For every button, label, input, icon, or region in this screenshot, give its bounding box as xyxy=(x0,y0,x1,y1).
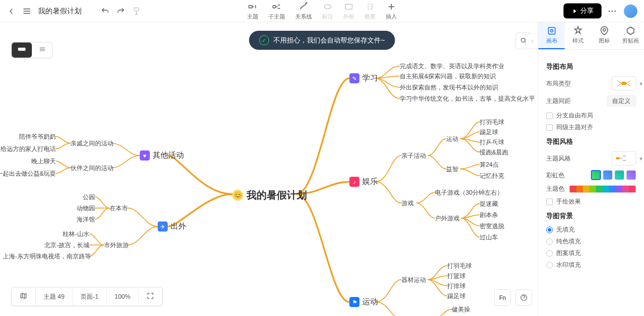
leaf-puzzle-1[interactable]: 记忆扑克 xyxy=(480,172,504,180)
leaf-loc-1[interactable]: 动物园 xyxy=(74,204,95,213)
tool-summary[interactable]: 概要 xyxy=(364,2,376,21)
node-outdoor[interactable]: 户外游戏 xyxy=(435,214,460,223)
tool-topic[interactable]: 主题 xyxy=(247,2,258,21)
outline-view-button[interactable] xyxy=(32,43,52,58)
leaf-tr-2[interactable]: 上海-东方明珠电视塔，南京路等 xyxy=(3,252,89,261)
topbar: 我的暑假计划 主题 子主题 关系线 标注 外框 概要 插入 分享 ··· xyxy=(0,0,644,22)
leaf-sport-1[interactable]: 踢足球 xyxy=(480,128,498,136)
leaf-loc-2[interactable]: 海洋馆 xyxy=(74,215,95,224)
tool-subtopic[interactable]: 子主题 xyxy=(268,2,285,21)
leaf-eq-0[interactable]: 打羽毛球 xyxy=(447,262,472,270)
leaf-study-0[interactable]: 完成语文、数学、英语以及学科类作业 xyxy=(400,62,504,70)
branch-entertainment[interactable]: ♪娱乐 xyxy=(349,177,378,187)
node-parent-child[interactable]: 亲子活动 xyxy=(401,152,426,160)
leaf-eq-3[interactable]: 踢足球 xyxy=(447,292,466,300)
leaf-outdoor-2[interactable]: 密室逃脱 xyxy=(480,222,504,230)
menu-icon[interactable] xyxy=(22,7,31,16)
more-button[interactable]: ··· xyxy=(608,7,617,15)
fn-button[interactable]: Fn xyxy=(494,289,511,306)
leaf-tr-0[interactable]: 桂林-山水 xyxy=(60,230,89,238)
leaf-sport-2[interactable]: 打乒乓球 xyxy=(480,138,504,147)
leaf-outdoor-3[interactable]: 过山车 xyxy=(480,233,498,242)
node-local[interactable]: 在本市 xyxy=(110,204,128,213)
status-bar: 主题 49 页面-1 100% xyxy=(11,287,163,306)
minimap-button[interactable] xyxy=(12,287,36,305)
bg-option-pattern[interactable]: 图案填充 xyxy=(546,249,636,257)
bg-option-solid[interactable]: 纯色填充 xyxy=(546,237,636,246)
branch-other[interactable]: ♥其他活动 xyxy=(140,150,184,161)
back-icon[interactable] xyxy=(7,7,16,16)
leaf-outdoor-0[interactable]: 捉迷藏 xyxy=(480,200,498,208)
same-level-align-checkbox[interactable]: 同级主题对齐 xyxy=(546,123,636,131)
theme-style-picker[interactable] xyxy=(612,151,636,166)
leaf-fam-0[interactable]: 陪伴爷爷奶奶 xyxy=(17,133,56,141)
node-travel[interactable]: 市外旅游 xyxy=(104,241,129,249)
leaf-eq-2[interactable]: 打排球 xyxy=(447,282,466,290)
tab-clipart[interactable]: 剪贴画 xyxy=(618,22,644,49)
tab-canvas[interactable]: 画布 xyxy=(538,22,565,49)
hand-drawn-checkbox[interactable]: 手绘效果 xyxy=(546,197,636,206)
node-sport[interactable]: 运动 xyxy=(446,135,458,143)
leaf-fr-1[interactable]: 一起出去做公益&玩耍 xyxy=(0,169,56,178)
tab-style[interactable]: 样式 xyxy=(565,22,591,49)
leaf-study-1[interactable]: 自主拓展&探索问题，获取新的知识 xyxy=(400,72,496,81)
leaf-study-2[interactable]: 外出探索自然，发现书本以外的知识 xyxy=(400,83,498,92)
layout-section-title: 导图布局 xyxy=(546,62,636,72)
spacing-value[interactable]: 自定义 xyxy=(607,95,636,107)
tool-marker[interactable]: 标注 xyxy=(322,2,333,21)
panel-collapse-button[interactable] xyxy=(525,34,538,49)
zoom-level[interactable]: 100% xyxy=(107,289,139,304)
mindmap-view-button[interactable] xyxy=(12,43,32,58)
format-painter-icon[interactable] xyxy=(132,7,141,16)
node-friends[interactable]: 伙伴之间的活动 xyxy=(70,164,113,172)
undo-icon[interactable] xyxy=(101,7,110,16)
free-layout-checkbox[interactable]: 分支自由布局 xyxy=(546,111,636,120)
leaf-outdoor-1[interactable]: 剧本杀 xyxy=(480,211,498,219)
branch-study-label: 学习 xyxy=(362,73,378,83)
rainbow-swatches[interactable] xyxy=(591,170,636,180)
help-button[interactable] xyxy=(515,289,532,306)
root-node[interactable]: 😊我的暑假计划 xyxy=(232,188,307,202)
theme-color-label: 主题色 xyxy=(546,185,565,193)
leaf-neq-0[interactable]: 健美操 xyxy=(452,305,470,314)
leaf-sport-0[interactable]: 打羽毛球 xyxy=(480,118,504,126)
view-toggle xyxy=(11,42,53,58)
topic-count[interactable]: 主题 49 xyxy=(36,288,73,305)
layout-type-picker[interactable] xyxy=(612,76,636,91)
canvas[interactable]: 😊我的暑假计划 ✎学习 完成语文、数学、英语以及学科类作业 自主拓展&探索问题，… xyxy=(0,22,538,316)
study-icon: ✎ xyxy=(349,73,359,83)
theme-color-bar[interactable] xyxy=(569,185,636,193)
node-puzzle[interactable]: 益智 xyxy=(446,165,458,173)
doc-title: 我的暑假计划 xyxy=(38,6,82,16)
leaf-puzzle-0[interactable]: 算24点 xyxy=(480,161,499,169)
leaf-study-3[interactable]: 学习中华传统文化，如书法，古筝，提高文化水平 xyxy=(400,95,535,103)
redo-icon[interactable] xyxy=(116,7,125,16)
bg-option-none[interactable]: 无填充 xyxy=(546,225,636,234)
tab-clipart-label: 剪贴画 xyxy=(622,37,639,45)
tab-icons[interactable]: 图标 xyxy=(591,22,618,49)
page-indicator[interactable]: 页面-1 xyxy=(73,288,107,305)
leaf-fr-0[interactable]: 晚上聊天 xyxy=(29,157,56,166)
tab-style-label: 样式 xyxy=(572,37,584,45)
share-button[interactable]: 分享 xyxy=(564,3,602,18)
node-equipment[interactable]: 器材运动 xyxy=(401,276,426,284)
fullscreen-button[interactable] xyxy=(139,287,162,305)
node-games[interactable]: 游戏 xyxy=(401,199,414,207)
avatar[interactable] xyxy=(624,4,637,18)
leaf-fam-1[interactable]: 给远方的家人打电话 xyxy=(0,145,56,153)
bulb-icon: ♥ xyxy=(140,150,150,161)
tool-insert[interactable]: 插入 xyxy=(386,2,397,21)
node-family[interactable]: 亲戚之间的活动 xyxy=(70,139,113,148)
branch-outing[interactable]: ✈出外 xyxy=(158,221,186,232)
leaf-tr-1[interactable]: 北京-故宫，长城 xyxy=(41,241,89,249)
leaf-loc-0[interactable]: 公园 xyxy=(81,193,95,201)
tool-frame[interactable]: 外框 xyxy=(343,2,354,21)
svg-point-10 xyxy=(603,29,606,31)
leaf-sport-3[interactable]: 慢跑&晨跑 xyxy=(480,148,508,157)
leaf-eq-1[interactable]: 打篮球 xyxy=(447,272,466,280)
tool-relation[interactable]: 关系线 xyxy=(295,2,312,21)
bg-option-watermark[interactable]: 水印填充 xyxy=(546,261,636,269)
branch-study[interactable]: ✎学习 xyxy=(349,73,378,83)
leaf-egame[interactable]: 电子游戏（30分钟左右） xyxy=(435,188,503,197)
branch-sports[interactable]: ⚑运动 xyxy=(349,297,378,307)
